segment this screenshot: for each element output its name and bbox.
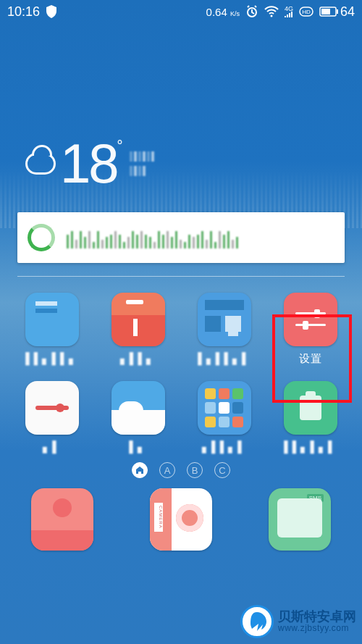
divider: [17, 276, 345, 277]
weather-widget[interactable]: 18°: [0, 132, 362, 195]
alarm-icon: [245, 5, 258, 18]
page-dot-a[interactable]: A: [159, 462, 175, 478]
network-speed: 0.64 K/s: [206, 6, 240, 18]
app-label: ▌▌▖▌▖▌: [284, 440, 337, 453]
weather-extra: [130, 151, 154, 176]
app-icon: [198, 381, 251, 435]
page-dot-c[interactable]: C: [214, 462, 230, 478]
page-dot-home[interactable]: [132, 462, 148, 478]
hd-icon: HD: [299, 7, 313, 17]
camera-label: CAMERA: [154, 503, 163, 532]
app-blue1[interactable]: ▌▌▖▌▌▖: [9, 288, 95, 369]
watermark-url: www.zjbstyy.com: [278, 624, 356, 633]
sms-lines-icon: [283, 511, 316, 514]
shield-icon: [46, 5, 57, 18]
dock-contacts[interactable]: [31, 488, 93, 551]
temperature-value: 18°: [60, 132, 121, 195]
battery-indicator: 64: [319, 4, 355, 20]
app-green[interactable]: ▌▌▖▌▖▌: [267, 377, 353, 458]
app-label: ▖▌▌▖▌: [202, 440, 246, 453]
app-white[interactable]: ▖▌: [9, 377, 95, 458]
watermark-title: 贝斯特安卓网: [278, 610, 356, 624]
app-icon: [198, 293, 251, 346]
app-icon: [111, 381, 165, 435]
app-icon: [284, 381, 337, 435]
home-icon: [135, 466, 144, 474]
wifi-icon: [264, 6, 279, 17]
watermark: 贝斯特安卓网 www.zjbstyy.com: [239, 603, 358, 640]
app-settings[interactable]: 设置: [267, 288, 353, 369]
app-icon: [25, 381, 79, 435]
app-blue2[interactable]: ▌▖▌▌▖▌: [181, 288, 267, 369]
app-grid: ▌▌▖▌▌▖ ▖▌▌▖ ▌▖▌▌▖▌ 设置 ▖▌ ▌▖ ▖▌▌▖▌ ▌▌▖▌▖▌: [9, 288, 353, 458]
watermark-logo-icon: [240, 605, 274, 638]
svg-rect-5: [321, 9, 330, 14]
info-card[interactable]: [17, 212, 345, 263]
dock-camera[interactable]: CAMERA: [150, 488, 212, 551]
app-label: 设置: [299, 352, 322, 365]
dock: CAMERA SMS: [17, 488, 345, 551]
app-icon: [111, 293, 165, 346]
app-grid[interactable]: ▖▌▌▖▌: [181, 377, 267, 458]
dock-messages[interactable]: SMS: [269, 488, 331, 551]
cloud-icon: [25, 153, 56, 175]
app-label: ▖▌: [43, 440, 61, 453]
settings-icon: [284, 293, 337, 346]
sms-tag: SMS: [307, 494, 324, 502]
clock: 10:16: [7, 4, 40, 20]
svg-point-1: [270, 15, 272, 17]
page-dot-b[interactable]: B: [187, 462, 203, 478]
app-label: ▌▖: [129, 440, 147, 453]
battery-percent: 64: [340, 4, 355, 20]
card-content-blur: [67, 227, 334, 248]
app-icon: [25, 293, 79, 346]
svg-rect-6: [337, 9, 338, 14]
status-bar: 10:16 0.64 K/s 4G HD 64: [0, 0, 362, 23]
cellular-4g-icon: 4G: [285, 6, 293, 17]
app-label: ▌▌▖▌▌▖: [25, 352, 78, 365]
app-label: ▌▖▌▌▖▌: [198, 352, 251, 365]
progress-ring-icon: [28, 224, 55, 251]
app-orange[interactable]: ▖▌▌▖: [95, 288, 181, 369]
svg-text:HD: HD: [302, 9, 311, 15]
app-label: ▖▌▌▖: [120, 352, 156, 365]
app-sky[interactable]: ▌▖: [95, 377, 181, 458]
page-indicator[interactable]: A B C: [0, 462, 362, 478]
